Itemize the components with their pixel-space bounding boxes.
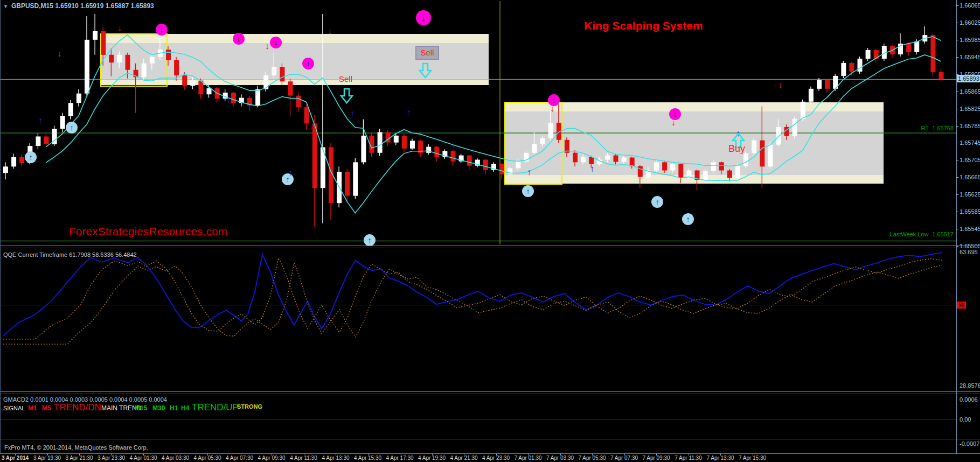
buy-ball-arrow-icon: ↑ [686, 215, 690, 223]
window-left-border [0, 0, 1, 453]
separator-qqe-gmacd[interactable] [0, 391, 980, 392]
price-axis-label: 1.65865 [960, 88, 980, 95]
candle-body [743, 153, 748, 166]
separator-gmacd-footer [0, 439, 980, 439]
qqe-scale-max: 63.695 [960, 249, 978, 255]
candle-body [483, 160, 488, 170]
candle-body [516, 162, 520, 169]
candle-body [906, 44, 911, 52]
candle-body [930, 35, 935, 72]
gmacd-scale-label: -0.0007 [960, 440, 979, 447]
time-axis-tick [368, 453, 369, 456]
candle-body [727, 171, 732, 178]
price-axis-label: 1.65905 [960, 71, 980, 78]
symbol-header: ▼GBPUSD,M15 1.65910 1.65919 1.65887 1.65… [3, 2, 154, 10]
sell-ball-arrow-icon: ↓ [421, 12, 426, 23]
candle-body [166, 50, 171, 60]
candle-body [304, 107, 309, 123]
gmacd-status-m5: M5 [42, 404, 51, 412]
gmacd-status-trend-dn: TREND/DN [54, 402, 101, 413]
gmacd-status-h4: H4 [181, 404, 189, 412]
candle-body [60, 116, 65, 129]
candle-body [678, 164, 683, 178]
time-axis-line [0, 453, 980, 454]
candle-body [182, 75, 187, 86]
time-axis-label: 4 Apr 15:30 [354, 455, 381, 461]
candle-body [703, 171, 708, 180]
sell-ball-arrow-icon: ↓ [673, 110, 677, 118]
candle-body [670, 164, 675, 171]
candle-body [849, 63, 854, 72]
candle-body [394, 136, 399, 143]
price-axis-label: 1.66065 [960, 2, 980, 9]
time-axis-label: 4 Apr 03:30 [162, 455, 189, 461]
candle-body [914, 41, 919, 52]
down-arrow-icon: ↓ [778, 80, 782, 89]
candle-body [207, 88, 212, 94]
price-axis-label: 1.65825 [960, 106, 980, 112]
system-title: King Scalping System [584, 19, 703, 32]
candle-body [272, 67, 276, 75]
candle-body [68, 103, 73, 116]
buy-ball-arrow-icon: ↑ [526, 187, 530, 195]
time-axis-label: 4 Apr 01:30 [129, 455, 157, 461]
gmacd-status-strong: STRONG [237, 403, 262, 410]
candle-body [939, 72, 944, 80]
candle-body [809, 89, 814, 102]
buy-ball-arrow-icon: ↑ [29, 153, 32, 162]
candle-body [231, 93, 236, 103]
candle-body [109, 55, 114, 62]
time-axis-tick [15, 453, 16, 456]
candle-body [540, 138, 545, 144]
sell-ball-arrow-icon: ↓ [237, 34, 240, 43]
time-axis-tick [689, 453, 689, 456]
chevron-down-icon[interactable]: ▼ [3, 4, 8, 9]
separator-main-qqe[interactable] [0, 246, 980, 246]
time-axis-tick [304, 453, 304, 456]
time-axis-tick [560, 453, 561, 456]
time-axis-label: 4 Apr 05:30 [193, 455, 221, 461]
candle-body [841, 63, 846, 76]
gmacd-status-trend-up: TREND/UP [192, 402, 239, 413]
candle-body [711, 162, 716, 171]
lastweek-low-label: LastWeek Low -1.65517 [838, 231, 954, 237]
time-axis-label: 7 Apr 13:30 [706, 455, 734, 461]
candle-body [378, 132, 383, 152]
candle-body [11, 157, 16, 167]
gmacd-status-m1: M1 [28, 404, 37, 412]
price-axis-label: 1.65585 [960, 208, 980, 215]
time-axis-label: 4 Apr 17:30 [386, 455, 413, 461]
candle-body [150, 57, 155, 64]
price-axis-tick [956, 177, 958, 178]
time-axis-tick [464, 453, 464, 456]
candle-body [589, 157, 594, 164]
up-arrow-icon: ↑ [527, 167, 531, 177]
up-arrow-icon: ↑ [226, 95, 231, 104]
up-arrow-icon: ↑ [590, 164, 594, 173]
price-axis-tick [956, 143, 958, 143]
price-axis-label: 1.65745 [960, 139, 980, 146]
qqe-indicator-label: QQE Current Timeframe 61.7908 58.6336 56… [3, 251, 137, 258]
price-axis-tick [956, 5, 958, 6]
time-axis-label: 4 Apr 21:30 [450, 455, 477, 461]
gmacd-status-m15: M15 [135, 404, 147, 412]
time-axis-label: 3 Apr 19:30 [33, 455, 61, 461]
axis-separator-line[interactable] [956, 0, 957, 453]
candle-body [719, 162, 724, 170]
candle-body [126, 55, 130, 70]
price-axis-tick [956, 126, 958, 127]
buy-ball-arrow-icon: ↑ [655, 198, 659, 206]
sell-ball-arrow-icon: ↓ [306, 59, 310, 68]
time-axis-tick [207, 453, 208, 456]
sell-ball-arrow-icon: ↓ [159, 25, 163, 34]
mt4-window: ↓↓↓↓↓↓↓↑↑↑↑↑↑↑↓↓↓↓↓↓↓↑↑↑↑↑↑↑↑↑ ▼GBPUSD,M… [0, 0, 980, 462]
time-axis-label: 4 Apr 07:30 [226, 455, 253, 461]
candle-body [825, 80, 830, 89]
up-arrow-icon: ↑ [38, 116, 43, 125]
time-axis-label: 3 Apr 21:30 [65, 455, 93, 461]
time-axis-tick [112, 453, 112, 456]
candle-body [77, 94, 81, 103]
candle-body [174, 60, 179, 75]
down-arrow-icon: ↓ [328, 26, 332, 36]
candle-body [776, 127, 781, 145]
